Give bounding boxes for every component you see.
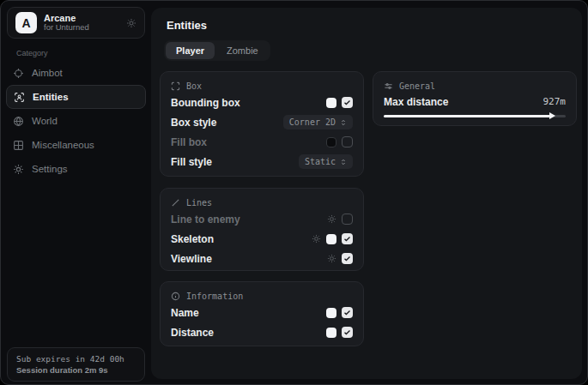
color-swatch[interactable] <box>326 328 336 338</box>
line-to-enemy-row: Line to enemy <box>171 209 353 229</box>
sidebar: A Arcane for Unturned Category Aimbot <box>1 1 151 384</box>
brand-card: A Arcane for Unturned <box>7 7 145 39</box>
row-label: Viewline <box>171 253 212 265</box>
row-label: Fill style <box>171 156 212 168</box>
row-label: Max distance <box>384 96 448 108</box>
person-scan-icon <box>14 92 25 103</box>
line-to-enemy-checkbox[interactable] <box>342 214 353 225</box>
distance-row: Distance <box>171 322 353 342</box>
globe-icon <box>13 116 24 127</box>
color-swatch[interactable] <box>326 308 336 318</box>
fill-style-row: Fill style Static <box>171 152 353 171</box>
lines-card: Lines Line to enemy Skeleton <box>160 188 364 271</box>
max-distance-value: 927m <box>543 96 567 107</box>
max-distance-slider-thumb[interactable] <box>549 112 555 119</box>
gear-icon <box>13 164 24 175</box>
fill-box-checkbox[interactable] <box>342 136 353 147</box>
sidebar-item-miscellaneous[interactable]: Miscellaneous <box>6 133 146 157</box>
gear-icon[interactable] <box>327 254 336 263</box>
row-label: Name <box>171 307 199 319</box>
general-card: General Max distance 927m <box>373 71 577 126</box>
gear-icon[interactable] <box>312 234 321 244</box>
sidebar-item-settings[interactable]: Settings <box>6 157 146 181</box>
box-style-dropdown[interactable]: Corner 2D <box>283 115 353 129</box>
box-card-header: Box <box>171 79 353 93</box>
distance-checkbox[interactable] <box>342 327 353 338</box>
box-style-row: Box style Corner 2D <box>171 112 353 132</box>
gear-icon[interactable] <box>327 214 336 224</box>
dropdown-value: Static <box>305 157 336 166</box>
dropdown-value: Corner 2D <box>289 117 336 127</box>
information-card: Information Name Distance <box>160 281 364 346</box>
skeleton-checkbox[interactable] <box>342 233 353 244</box>
sidebar-item-label: Settings <box>32 164 68 174</box>
gear-icon[interactable] <box>126 18 136 28</box>
sub-expiry-text: Sub expires in 42d 00h <box>16 354 136 364</box>
tab-zombie[interactable]: Zombie <box>216 42 269 59</box>
name-row: Name <box>171 303 353 322</box>
grid-icon <box>13 140 24 151</box>
page-title: Entities <box>167 19 207 32</box>
fill-box-row: Fill box <box>171 132 353 152</box>
row-label: Fill box <box>171 136 207 148</box>
sliders-icon <box>384 81 393 91</box>
row-label: Box style <box>171 117 216 129</box>
bounding-box-row: Bounding box <box>171 93 353 112</box>
sidebar-item-entities[interactable]: Entities <box>6 85 146 109</box>
entity-tabs: Player Zombie <box>164 40 270 61</box>
information-card-header: Information <box>171 289 353 303</box>
name-checkbox[interactable] <box>342 307 353 318</box>
general-card-title: General <box>399 81 435 91</box>
row-label: Bounding box <box>171 97 240 109</box>
sidebar-item-aimbot[interactable]: Aimbot <box>6 61 146 85</box>
viewline-row: Viewline <box>171 249 353 268</box>
color-swatch[interactable] <box>326 234 336 244</box>
subscription-info-card: Sub expires in 42d 00h Session duration … <box>7 347 145 382</box>
chevrons-up-down-icon <box>340 119 347 126</box>
diagonal-line-icon <box>171 198 180 208</box>
brand-subtitle: for Unturned <box>44 23 89 33</box>
color-swatch[interactable] <box>326 137 336 147</box>
sidebar-nav: Aimbot Entities World Miscellaneous <box>1 61 151 181</box>
bounding-box-checkbox[interactable] <box>342 97 353 108</box>
category-label: Category <box>16 49 48 57</box>
sidebar-item-label: Miscellaneous <box>32 140 94 150</box>
crosshair-icon <box>13 68 24 79</box>
fill-style-dropdown[interactable]: Static <box>299 154 353 169</box>
info-icon <box>171 292 180 301</box>
brand-text: Arcane for Unturned <box>44 13 89 33</box>
information-card-title: Information <box>186 292 243 301</box>
sidebar-item-label: Aimbot <box>32 68 63 78</box>
max-distance-slider-fill <box>384 115 553 117</box>
lines-card-header: Lines <box>171 196 353 209</box>
skeleton-row: Skeleton <box>171 229 353 249</box>
sidebar-item-label: World <box>32 116 58 126</box>
main-panel: Entities Player Zombie Box Bounding box <box>151 8 582 379</box>
app-logo: A <box>15 12 37 33</box>
row-label: Line to enemy <box>171 214 240 226</box>
sidebar-item-label: Entities <box>33 92 69 102</box>
viewline-checkbox[interactable] <box>342 253 353 264</box>
box-card-title: Box <box>186 81 202 91</box>
corner-brackets-icon <box>171 81 180 91</box>
box-card: Box Bounding box Box style Corner 2D <box>160 71 364 177</box>
row-label: Distance <box>171 327 214 339</box>
lines-card-title: Lines <box>186 198 212 208</box>
color-swatch[interactable] <box>326 98 336 108</box>
max-distance-slider[interactable] <box>384 112 566 119</box>
tab-player[interactable]: Player <box>166 42 215 59</box>
sidebar-item-world[interactable]: World <box>6 109 146 133</box>
app-window: A Arcane for Unturned Category Aimbot <box>0 0 588 385</box>
max-distance-row: Max distance 927m <box>384 93 566 111</box>
row-label: Skeleton <box>171 233 214 245</box>
chevrons-up-down-icon <box>340 159 347 165</box>
general-card-header: General <box>384 79 566 93</box>
session-duration-text: Session duration 2m 9s <box>16 365 136 375</box>
